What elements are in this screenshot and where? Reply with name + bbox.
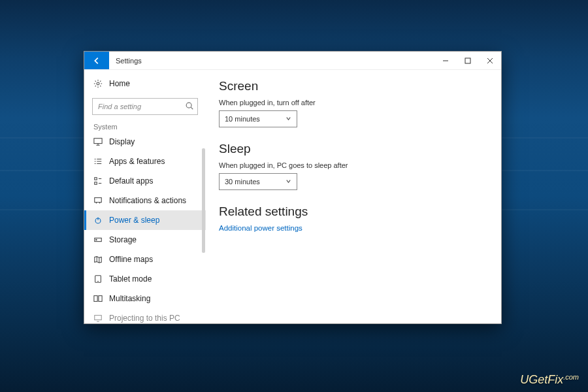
sidebar-item-power-sleep[interactable]: Power & sleep: [84, 210, 206, 230]
screen-heading: Screen: [219, 79, 488, 93]
screen-off-value: 10 minutes: [225, 115, 260, 123]
sidebar-item-projecting[interactable]: Projecting to this PC: [84, 308, 206, 323]
svg-rect-12: [99, 296, 102, 302]
notifications-icon: [93, 196, 103, 205]
sleep-heading: Sleep: [219, 142, 488, 156]
sidebar-item-notifications[interactable]: Notifications & actions: [84, 191, 206, 210]
svg-rect-11: [94, 296, 97, 302]
svg-rect-3: [94, 139, 102, 144]
power-icon: [93, 216, 103, 225]
related-heading: Related settings: [219, 204, 488, 219]
chevron-down-icon: [286, 178, 291, 186]
map-icon: [93, 255, 103, 264]
settings-window: Settings Home System Display: [84, 51, 502, 324]
sidebar-home-label: Home: [109, 79, 130, 88]
window-title: Settings: [109, 52, 148, 69]
sidebar-home[interactable]: Home: [84, 74, 206, 93]
search-icon: [185, 101, 194, 110]
sidebar-item-storage[interactable]: Storage: [84, 230, 206, 250]
project-icon: [93, 314, 103, 323]
sidebar-item-multitasking[interactable]: Multitasking: [84, 289, 206, 308]
svg-rect-4: [95, 178, 97, 180]
sidebar-item-default-apps[interactable]: Default apps: [84, 171, 206, 191]
additional-power-settings-link[interactable]: Additional power settings: [219, 224, 488, 232]
sidebar-nav: Display Apps & features Default apps Not…: [84, 132, 206, 323]
monitor-icon: [93, 137, 103, 146]
sidebar-item-tablet-mode[interactable]: Tablet mode: [84, 269, 206, 289]
defaults-icon: [93, 176, 103, 186]
list-icon: [93, 157, 103, 166]
search-wrap: [92, 98, 198, 115]
sidebar-item-apps[interactable]: Apps & features: [84, 152, 206, 171]
back-button[interactable]: [84, 52, 109, 69]
screen-off-label: When plugged in, turn off after: [219, 99, 488, 106]
sidebar-item-offline-maps[interactable]: Offline maps: [84, 250, 206, 269]
maximize-button[interactable]: [457, 52, 479, 69]
svg-rect-13: [95, 316, 102, 320]
watermark: UGetFix.com: [520, 373, 579, 387]
sidebar-item-label: Default apps: [109, 176, 153, 186]
search-input[interactable]: [92, 98, 198, 115]
sidebar-item-label: Apps & features: [109, 157, 165, 166]
sidebar-item-label: Power & sleep: [109, 216, 159, 225]
tablet-icon: [93, 274, 103, 284]
svg-point-2: [186, 103, 191, 108]
sidebar-item-label: Multitasking: [109, 294, 150, 303]
gear-icon: [93, 79, 103, 88]
sidebar: Home System Display Apps & features D: [84, 70, 206, 323]
svg-rect-5: [95, 182, 97, 185]
sidebar-item-label: Notifications & actions: [109, 196, 186, 205]
sidebar-item-label: Offline maps: [109, 255, 153, 264]
sidebar-section-label: System: [84, 119, 206, 132]
titlebar: Settings: [84, 52, 501, 70]
sidebar-item-label: Tablet mode: [109, 274, 152, 284]
sleep-label: When plugged in, PC goes to sleep after: [219, 161, 488, 169]
content-pane: Screen When plugged in, turn off after 1…: [206, 70, 501, 323]
window-controls: [434, 52, 501, 69]
storage-icon: [93, 235, 103, 244]
chevron-down-icon: [286, 115, 291, 123]
svg-point-9: [96, 240, 97, 240]
multitask-icon: [93, 294, 103, 303]
sidebar-item-display[interactable]: Display: [84, 132, 206, 152]
sidebar-scrollbar[interactable]: [202, 148, 205, 253]
sleep-dropdown[interactable]: 30 minutes: [219, 173, 297, 190]
svg-rect-6: [95, 198, 102, 203]
svg-rect-0: [465, 58, 470, 63]
screen-off-dropdown[interactable]: 10 minutes: [219, 110, 297, 127]
sidebar-item-label: Storage: [109, 235, 137, 244]
svg-point-1: [97, 82, 99, 85]
minimize-button[interactable]: [434, 52, 457, 69]
close-button[interactable]: [479, 52, 501, 69]
sidebar-item-label: Projecting to this PC: [109, 314, 180, 323]
sidebar-item-label: Display: [109, 137, 135, 146]
sleep-value: 30 minutes: [225, 178, 260, 186]
